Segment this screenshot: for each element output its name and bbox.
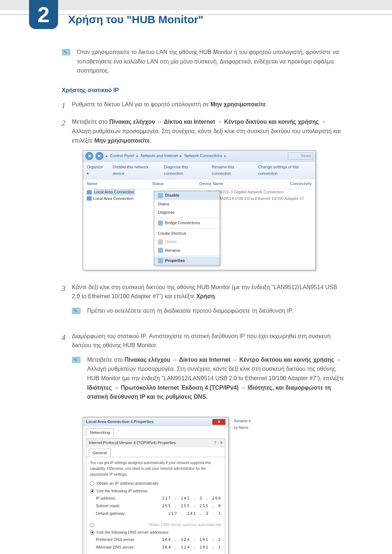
arrow-icon: → (319, 119, 326, 125)
arrow-icon: → (238, 385, 248, 391)
arrow-icon: → (334, 357, 342, 363)
s2-a: Μεταβείτε στο (72, 119, 109, 125)
ipv4-description: You can get IP settings assigned automat… (90, 460, 221, 477)
s2-f: Μην χρησιμοποιείτε (94, 138, 150, 144)
crumb-network-internet[interactable]: Network and Internet (141, 153, 178, 159)
ctx-status[interactable]: Status (154, 200, 220, 209)
step-2: 2 Μεταβείτε στο Πίνακας ελέγχου → Δίκτυο… (62, 117, 345, 277)
adapter-icon (87, 196, 92, 201)
s4-c: Δίκτυο και Internet (179, 357, 230, 363)
col-name[interactable]: Name (87, 181, 152, 187)
inner-dialog-title: Internet Protocol Version 4 (TCP/IPv4) P… (89, 440, 176, 446)
step1-pre: Ρυθμίστε το δίκτυο LAN για το φορητό υπο… (72, 101, 211, 107)
radio-auto-ip[interactable]: Obtain an IP address automatically (90, 480, 221, 487)
ctx-shortcut[interactable]: Create Shortcut (154, 229, 220, 238)
tab-general[interactable]: General (89, 449, 111, 457)
conn-name: Local Area Connection (93, 196, 134, 202)
step-number: 3 (62, 283, 72, 326)
ctx-disable[interactable]: Disable (154, 191, 220, 200)
note-icon (72, 357, 81, 363)
step1-bold: Μην χρησιμοποιείτε (211, 101, 266, 107)
arrow-icon: → (215, 119, 224, 125)
chapter-number-badge: 2 (29, 0, 58, 29)
change-settings-button[interactable]: Change settings of this connection (258, 164, 312, 177)
s2-c: Δίκτυο και Internet (164, 119, 215, 125)
step-1: 1 Ρυθμίστε το δίκτυο LAN για το φορητό υ… (62, 100, 345, 111)
nav-forward-icon[interactable]: ► (95, 152, 103, 160)
s4-d: Κέντρο δικτύου και κοινής χρήσης (239, 357, 334, 363)
crumb-control-panel[interactable]: Control Panel (110, 153, 134, 159)
s4-g: Πρωτόκολλο Internet Έκδοση 4 (TCP/IPv4) (121, 385, 239, 391)
close-icon[interactable]: ✕ (212, 419, 225, 425)
s2-g: . (150, 138, 151, 144)
col-status[interactable]: Status (152, 181, 199, 187)
rename-button[interactable]: Rename this connection (212, 164, 249, 177)
chapter-title: Χρήση του "HUB Monitor" (68, 13, 204, 26)
network-connections-screenshot: ◄ ► ▸ Control Panel ▸ Network and Intern… (83, 150, 345, 270)
shield-icon (158, 193, 163, 198)
s4-b: Πίνακας ελέγχου (124, 357, 170, 363)
s4-head: Διαμόρφωση του στατικού IP. Αντιστοιχίστ… (72, 332, 345, 350)
adapter-icon (87, 190, 92, 194)
explorer-titlebar: ◄ ► ▸ Control Panel ▸ Network and Intern… (83, 151, 315, 161)
radio-use-ip[interactable]: Use the following IP address: (90, 488, 221, 495)
step1-post: . (266, 101, 267, 107)
ctx-diagnose[interactable]: Diagnose (154, 208, 220, 217)
s2-d: Κέντρο δικτύου και κοινής χρήσης (224, 119, 319, 125)
top-note-text: Όταν χρησιμοποιείτε το δίκτυο LAN της οθ… (77, 48, 345, 75)
step3-note: Πρέπει να εκτελέσετε αυτή τη διαδικασία … (72, 306, 345, 316)
label-ip: IP address: (96, 495, 116, 502)
step-number: 1 (62, 100, 72, 111)
ctx-rename[interactable]: Rename (154, 246, 220, 255)
radio-auto-dns: Obtain DNS server address automatically (90, 522, 221, 528)
ctx-properties[interactable]: Properties (154, 257, 220, 265)
note-icon (62, 49, 70, 56)
columns-header: Name Status Device Name Connectivity (83, 179, 315, 189)
shield-icon (158, 239, 163, 245)
radio-use-dns[interactable]: Use the following DNS server addresses: (90, 529, 221, 536)
label-pdns: Preferred DNS server: (96, 537, 135, 543)
step3-note-text: Πρέπει να εκτελέσετε αυτή τη διαδικασία … (87, 306, 293, 316)
value-pdns[interactable]: 164 . 124 . 101 . 2 (162, 537, 221, 543)
step4-note: Μεταβείτε στο Πίνακας ελέγχου → Δίκτυο κ… (72, 355, 345, 402)
shield-icon (158, 258, 163, 263)
context-menu: Disable Status Diagnose Bridge Connectio… (154, 191, 220, 266)
conn-name: Local Area Connection (93, 189, 135, 196)
label-adns: Alternate DNS server: (96, 544, 135, 551)
chapter-header: 2 Χρήση του "HUB Monitor" (0, 10, 392, 29)
label-gateway: Default gateway: (96, 510, 126, 517)
nav-back-icon[interactable]: ◄ (85, 152, 93, 160)
note-icon (72, 308, 81, 314)
background-window-labels: Rename tl ce Name (234, 418, 250, 431)
col-device[interactable]: Device Name (199, 181, 283, 187)
step-3: 3 Κάντε δεξί κλικ στη συσκευή δικτύου τη… (62, 283, 345, 326)
ctx-bridge[interactable]: Bridge Connections (154, 219, 220, 227)
organize-button[interactable]: Organize ▾ (87, 164, 104, 177)
s4-a: Μεταβείτε στο (87, 357, 124, 363)
arrow-icon: → (112, 385, 121, 391)
value-ip[interactable]: 217 . 141 . 3 . 200 (162, 495, 221, 502)
shield-icon (158, 248, 163, 253)
col-connectivity[interactable]: Connectivity (283, 181, 312, 187)
s3-bold: Χρήση (196, 293, 215, 299)
top-note: Όταν χρησιμοποιείτε το δίκτυο LAN της οθ… (62, 48, 345, 75)
value-gateway[interactable]: 217 . 141 . 3 . 1 (168, 510, 221, 517)
search-input[interactable]: Searc (288, 152, 313, 160)
step-4: 4 Διαμόρφωση του στατικού IP. Αντιστοιχί… (62, 332, 345, 554)
disable-device-button[interactable]: Disable this network device (113, 164, 155, 177)
s4-f: Ιδιότητες (87, 385, 112, 391)
value-adns[interactable]: 164 . 124 . 101 . 1 (162, 544, 221, 551)
s2-b: Πίνακας ελέγχου (109, 119, 155, 125)
arrow-icon: → (170, 357, 179, 363)
s4-e: Αλλαγή ρυθμίσεων προσαρμογέα. Στη συνέχε… (87, 366, 344, 381)
dialog-title: Local Area Connection 4 Properties (86, 419, 154, 425)
top-gray-bar (0, 0, 392, 10)
section-heading: Χρήστης στατικού IP (62, 86, 345, 95)
diagnose-button[interactable]: Diagnose this connection (164, 164, 203, 177)
step-number: 2 (62, 117, 72, 277)
step-number: 4 (62, 332, 72, 554)
value-mask[interactable]: 255 . 255 . 255 . 0 (162, 503, 221, 509)
ctx-delete[interactable]: Delete (154, 238, 220, 246)
tab-networking[interactable]: Networking (86, 428, 114, 437)
crumb-network-connections[interactable]: Network Connections (184, 153, 222, 159)
